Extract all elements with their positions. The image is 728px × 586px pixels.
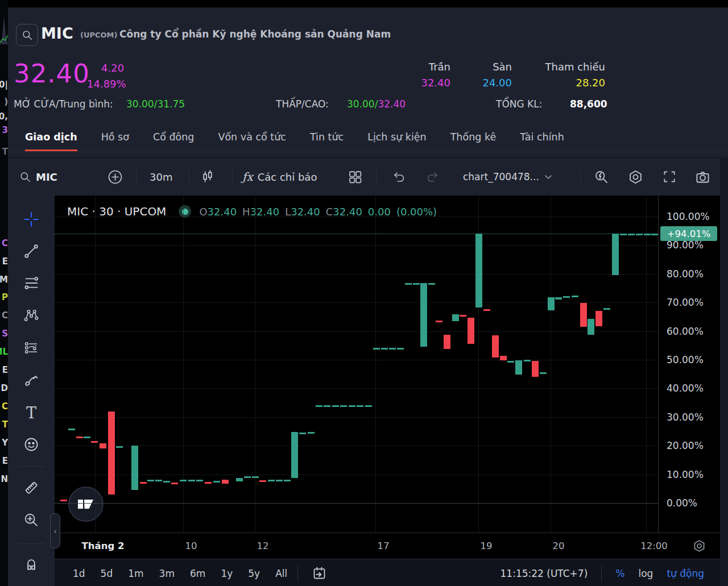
search-icon — [22, 30, 33, 41]
cutoff-watchlist-text: N — [1, 474, 8, 484]
floor-value: 24.00 — [461, 77, 512, 89]
ceiling-value: 32.40 — [382, 77, 450, 89]
cutoff-watchlist-text: P — [2, 292, 8, 302]
tradingview-watermark-logo[interactable] — [68, 487, 104, 522]
chart-layout-name-button[interactable]: chart_700478... — [463, 158, 553, 196]
candle — [475, 234, 482, 307]
v-gridline — [183, 196, 184, 533]
zoom-in-icon — [23, 512, 39, 528]
emoji-tool[interactable] — [23, 437, 39, 452]
log-scale-button[interactable]: log — [638, 568, 653, 579]
candle — [116, 446, 123, 448]
crosshair-tool[interactable] — [23, 211, 39, 227]
settings-button[interactable] — [628, 158, 643, 196]
v-gridline — [95, 196, 96, 533]
magnet-tool[interactable] — [23, 555, 39, 571]
toolbar-separator — [232, 169, 233, 185]
gear-icon — [628, 169, 643, 185]
fullscreen-button[interactable] — [662, 158, 677, 196]
sidebar-collapse-handle[interactable]: ‹ — [50, 513, 60, 548]
text-tool[interactable]: T — [23, 405, 39, 421]
toolbar-symbol-button[interactable]: MIC — [19, 158, 57, 196]
compare-add-button[interactable] — [107, 158, 123, 196]
cutoff-watchlist-text: ) — [4, 97, 8, 107]
tab-Hồ sơ[interactable]: Hồ sơ — [101, 127, 129, 151]
undo-button[interactable] — [391, 158, 406, 196]
v-gridline — [646, 196, 647, 533]
symbol-search-button[interactable] — [16, 24, 38, 46]
candle — [460, 315, 466, 317]
candle — [252, 476, 259, 478]
tab-Tài chính[interactable]: Tài chính — [520, 127, 564, 151]
chart-style-button[interactable] — [200, 158, 215, 196]
date-range-buttons: 1d5d1m3m6m1y5yAll — [73, 559, 287, 586]
toolbar-symbol-label: MIC — [36, 171, 57, 183]
trend-line-tool[interactable] — [23, 243, 39, 259]
tab-Tin tức[interactable]: Tin tức — [310, 127, 344, 151]
redo-button[interactable] — [425, 158, 440, 196]
chart-layout-name: chart_700478... — [463, 171, 539, 182]
xabcd-pattern-tool[interactable] — [23, 307, 39, 323]
prediction-tool[interactable] — [23, 340, 39, 356]
crosshair-icon — [23, 211, 39, 227]
indicators-button[interactable]: ƒx Các chỉ báo — [242, 158, 317, 196]
volume-value: 88,600 — [570, 98, 607, 110]
bottom-separator — [297, 565, 298, 582]
auto-scale-button[interactable]: tự động — [667, 568, 704, 579]
cutoff-watchlist-text: 0, — [0, 111, 8, 122]
candle — [357, 405, 363, 407]
price-axis-label: 0.00% — [667, 497, 697, 509]
candle — [636, 234, 643, 235]
session-clock[interactable]: 11:15:22 (UTC+7) — [500, 568, 588, 579]
chart-plot-area[interactable]: MIC · 30 · UPCOM O32.40H32.40L32.40C32.4… — [55, 196, 658, 533]
range-button-3m[interactable]: 3m — [159, 568, 175, 579]
zoom-in-tool[interactable] — [23, 512, 39, 528]
tab-Cổ đông[interactable]: Cổ đông — [153, 127, 195, 151]
h-gridline — [55, 446, 658, 446]
cutoff-watchlist-text: E — [2, 256, 8, 267]
tab-Lịch sự kiện[interactable]: Lịch sự kiện — [367, 127, 427, 151]
go-to-date-button[interactable] — [312, 566, 327, 583]
cutoff-watchlist-text: E — [2, 456, 8, 466]
undo-icon — [391, 170, 406, 184]
range-button-1m[interactable]: 1m — [128, 568, 143, 579]
percent-scale-button[interactable]: % — [615, 568, 624, 579]
fib-retracement-tool[interactable] — [23, 275, 39, 291]
h-gridline — [55, 417, 658, 418]
layout-grid-button[interactable] — [348, 158, 362, 196]
range-button-All[interactable]: All — [275, 568, 287, 579]
quick-search-button[interactable] — [594, 158, 609, 196]
interval-button[interactable]: 30m — [150, 158, 172, 196]
brush-tool[interactable] — [23, 372, 39, 388]
h-gridline — [55, 475, 658, 475]
candle — [628, 234, 635, 235]
range-button-1d[interactable]: 1d — [73, 568, 85, 579]
time-axis-settings-button[interactable] — [692, 539, 706, 555]
low-high-label: THẤP/CAO: — [276, 98, 329, 110]
floor-label: Sàn — [461, 61, 512, 73]
tab-Vốn và cổ tức[interactable]: Vốn và cổ tức — [218, 127, 286, 151]
candle — [60, 500, 67, 501]
zero-gridline — [55, 503, 658, 504]
tab-Thống kê[interactable]: Thống kê — [450, 127, 497, 151]
market-status-dot[interactable] — [179, 205, 191, 218]
time-axis[interactable]: Tháng 2101217192012:00 — [55, 533, 720, 559]
candle — [397, 348, 404, 350]
section-tabs: Giao dịchHồ sơCổ đôngVốn và cổ tứcTin tứ… — [8, 127, 728, 152]
measure-tool[interactable] — [23, 480, 39, 496]
candle — [651, 234, 658, 235]
range-button-6m[interactable]: 6m — [190, 568, 205, 579]
candle — [324, 405, 330, 407]
company-name: Công ty Cổ phần Kỹ nghệ Khoáng sản Quảng… — [119, 28, 391, 40]
range-button-1y[interactable]: 1y — [221, 568, 233, 579]
toolbar-separator — [377, 169, 377, 185]
cutoff-watchlist-text: M — [0, 275, 8, 285]
range-button-5d[interactable]: 5d — [101, 568, 113, 579]
cutoff-watchlist-text: T — [2, 419, 8, 430]
price-change: 4.20 — [101, 62, 124, 74]
price-axis[interactable]: +94.01% 100.00%90.00%80.00%70.00%60.00%5… — [658, 196, 721, 533]
tab-Giao dịch[interactable]: Giao dịch — [25, 127, 77, 151]
snapshot-button[interactable] — [695, 158, 710, 196]
h-gridline — [55, 274, 658, 275]
range-button-5y[interactable]: 5y — [248, 568, 260, 579]
